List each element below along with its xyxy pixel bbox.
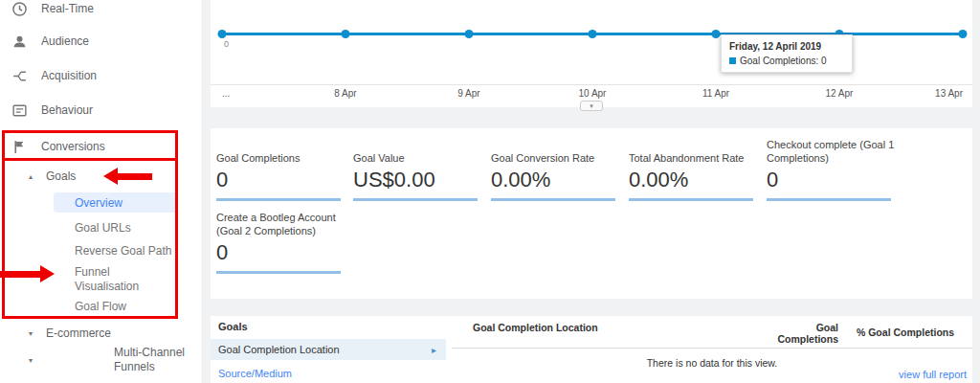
- metric-label: Goal Conversion Rate: [491, 136, 619, 165]
- flag-icon: [11, 139, 28, 155]
- tooltip-date: Friday, 12 April 2019: [729, 41, 844, 52]
- metrics-scorecards: Goal Completions 0 Goal Value US$0.00 Go…: [211, 128, 972, 299]
- sidebar-item-label: Goals: [46, 169, 76, 183]
- metric-sparkline-underline: [216, 271, 341, 274]
- main-content: 0 ... 8 Apr 9 Apr 10 Apr 11 Apr 12 Apr 1…: [203, 0, 980, 383]
- sidebar-item-goals[interactable]: ▴ Goals: [0, 167, 191, 186]
- sidebar-item-acquisition[interactable]: Acquisition: [0, 59, 191, 92]
- x-axis-tick: 10 Apr: [579, 88, 607, 99]
- sidebar-item-ecommerce[interactable]: ▾ E-commerce: [0, 324, 191, 343]
- chart-data-point[interactable]: [589, 30, 597, 38]
- metric-sparkline-underline: [767, 198, 891, 201]
- clock-icon: [11, 1, 28, 17]
- collapsed-arrow-icon: ▾: [29, 353, 106, 368]
- chart-tooltip: Friday, 12 April 2019 Goal Completions: …: [721, 34, 853, 73]
- sidebar-item-behaviour[interactable]: Behaviour: [0, 94, 191, 126]
- metric-goal-value: Goal Value US$0.00: [353, 136, 481, 201]
- sidebar-item-audience[interactable]: Audience: [0, 25, 191, 57]
- sidebar-item-label: Goal URLs: [75, 221, 131, 235]
- sidebar-item-label: Real-Time: [41, 2, 94, 15]
- metric-goal-completions: Goal Completions 0: [216, 136, 345, 201]
- dimension-selector-goal-completion-location[interactable]: Goal Completion Location ▸: [211, 339, 446, 360]
- x-axis-tick: 13 Apr: [935, 88, 963, 99]
- metric-value: 0.00%: [491, 168, 619, 192]
- behaviour-icon: [11, 102, 28, 119]
- metric-sparkline-underline: [491, 198, 615, 201]
- chart-data-point[interactable]: [959, 30, 968, 38]
- metric-value: 0: [216, 168, 345, 192]
- sidebar-item-funnel-visualisation[interactable]: Funnel Visualisation: [0, 264, 191, 295]
- metric-label: Checkout complete (Goal 1 Completions): [767, 136, 895, 165]
- metric-label: Goal Completions: [216, 136, 345, 165]
- metric-sparkline-underline: [629, 198, 753, 201]
- timeline-chart: 0 ... 8 Apr 9 Apr 10 Apr 11 Apr 12 Apr 1…: [211, 0, 972, 107]
- metric-sparkline-underline: [216, 198, 341, 201]
- sidebar-item-multi-channel-funnels[interactable]: ▾ Multi-Channel Funnels: [0, 345, 191, 375]
- expanded-arrow-icon: ▴: [29, 172, 38, 181]
- dimension-link-source-medium[interactable]: Source/Medium: [218, 368, 292, 379]
- sidebar: Real-Time Audience Acquisition Behaviour…: [0, 0, 203, 383]
- goals-table-section: Goals Goal Completion Location ▸ Source/…: [211, 316, 972, 383]
- sidebar-item-label: Multi-Channel Funnels: [114, 346, 191, 374]
- metric-value: 0.00%: [629, 168, 757, 192]
- axis-dropdown-icon[interactable]: ▾: [580, 101, 603, 111]
- sidebar-item-label: E-commerce: [46, 327, 111, 340]
- table-header-row: Goal Completion Location Goal Completion…: [452, 316, 972, 349]
- goals-section-title: Goals: [218, 321, 248, 332]
- x-axis-tick: 9 Apr: [457, 88, 479, 99]
- column-header-pct-goal-completions: % Goal Completions: [838, 322, 972, 338]
- collapsed-arrow-icon: ▾: [29, 329, 38, 338]
- sidebar-item-overview[interactable]: Overview: [54, 192, 178, 213]
- metric-sparkline-underline: [353, 198, 478, 201]
- acquisition-icon: [11, 68, 28, 84]
- column-header-goal-completions: Goal Completions: [757, 322, 838, 345]
- sidebar-item-goal-urls[interactable]: Goal URLs: [0, 218, 191, 237]
- empty-data-message: There is no data for this view.: [452, 349, 972, 369]
- metric-value: 0: [767, 168, 895, 192]
- chart-data-point[interactable]: [218, 30, 227, 38]
- sidebar-item-reverse-goal-path[interactable]: Reverse Goal Path: [0, 241, 191, 260]
- sidebar-item-label: Overview: [75, 196, 122, 210]
- x-axis-tick: 11 Apr: [702, 88, 729, 99]
- goal-completions-table: Goal Completion Location Goal Completion…: [452, 316, 972, 369]
- person-icon: [11, 34, 28, 50]
- metric-value: US$0.00: [353, 168, 481, 192]
- metric-label: Create a Bootleg Account (Goal 2 Complet…: [216, 209, 345, 237]
- sidebar-item-real-time[interactable]: Real-Time: [0, 0, 191, 25]
- sidebar-item-label: Reverse Goal Path: [75, 244, 171, 258]
- series-swatch-icon: [729, 57, 736, 64]
- sidebar-item-label: Goal Flow: [75, 300, 126, 313]
- sidebar-item-label: Acquisition: [41, 69, 97, 82]
- metric-checkout-complete: Checkout complete (Goal 1 Completions) 0: [767, 136, 895, 201]
- sidebar-item-label: Conversions: [41, 140, 105, 153]
- metric-create-bootleg-account: Create a Bootleg Account (Goal 2 Complet…: [216, 209, 345, 274]
- y-axis-zero-label: 0: [224, 39, 229, 49]
- metric-goal-conversion-rate: Goal Conversion Rate 0.00%: [491, 136, 619, 201]
- column-header-goal-completion-location: Goal Completion Location: [452, 322, 757, 333]
- sidebar-item-conversions[interactable]: Conversions: [0, 132, 191, 161]
- x-axis-tick: ...: [222, 88, 230, 99]
- x-axis-tick: 12 Apr: [826, 88, 854, 99]
- dimension-label: Goal Completion Location: [211, 344, 432, 355]
- sidebar-item-label: Audience: [41, 34, 89, 48]
- view-full-report-link[interactable]: view full report: [899, 369, 967, 380]
- sidebar-item-label: Funnel Visualisation: [75, 265, 170, 294]
- metric-label: Goal Value: [353, 136, 481, 165]
- chart-data-point[interactable]: [464, 30, 473, 38]
- metric-total-abandonment-rate: Total Abandonment Rate 0.00%: [629, 136, 757, 201]
- chart-data-point[interactable]: [712, 30, 721, 38]
- x-axis-line: [211, 84, 972, 85]
- metric-label: Total Abandonment Rate: [629, 136, 757, 165]
- sidebar-item-goal-flow[interactable]: Goal Flow: [0, 297, 191, 316]
- chart-data-point[interactable]: [342, 30, 350, 38]
- metric-value: 0: [216, 240, 345, 265]
- chevron-right-icon: ▸: [432, 345, 446, 355]
- x-axis-tick: 8 Apr: [334, 88, 356, 99]
- sidebar-item-label: Behaviour: [41, 103, 93, 117]
- tooltip-value: Goal Completions: 0: [740, 56, 827, 66]
